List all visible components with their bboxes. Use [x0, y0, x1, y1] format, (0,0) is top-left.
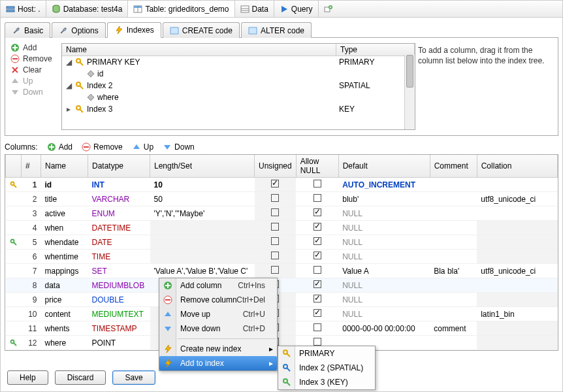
index-tree-row[interactable]: id — [62, 68, 415, 80]
table-row[interactable]: 7mappingsSET'Value A','Value B','Value C… — [6, 264, 558, 278]
columns-remove-button[interactable]: Remove — [82, 142, 123, 152]
grid-header-length[interactable]: Length/Set — [150, 155, 255, 178]
database-icon — [52, 5, 61, 14]
table-row[interactable]: 10contentMEDIUMTEXTNULLlatin1_bin — [6, 307, 558, 321]
svg-marker-25 — [12, 90, 18, 95]
svg-line-27 — [80, 62, 83, 65]
breadcrumb-database[interactable]: Database: test4a — [46, 1, 129, 17]
grid-header-default[interactable]: Default — [338, 155, 430, 178]
index-tree-row[interactable]: ◢Index 2SPATIAL — [62, 80, 415, 91]
lightning-icon — [163, 344, 173, 354]
svg-marker-40 — [164, 145, 170, 150]
table-row[interactable]: 4whenDATETIMENULL — [6, 221, 558, 235]
index-clear-button[interactable]: Clear — [10, 65, 56, 74]
index-add-button[interactable]: Add — [10, 43, 56, 52]
breadcrumb-query-label: Query — [291, 5, 313, 14]
sql-icon — [248, 26, 257, 35]
help-button[interactable]: Help — [7, 370, 48, 385]
data-icon — [240, 5, 249, 14]
menu-remove-column[interactable]: Remove columnCtrl+Del — [159, 293, 277, 307]
index-up-button[interactable]: Up — [10, 76, 56, 86]
table-icon — [133, 5, 142, 14]
index-tree[interactable]: Name Type ◢PRIMARY KEYPRIMARYid◢Index 2S… — [61, 43, 415, 130]
tab-basic[interactable]: Basic — [5, 22, 50, 38]
grid-header-collation[interactable]: Collation — [477, 155, 557, 178]
grid-header-datatype[interactable]: Datatype — [88, 155, 150, 178]
svg-point-45 — [10, 340, 14, 343]
svg-marker-39 — [133, 144, 140, 149]
context-menu: Add columnCtrl+Ins Remove columnCtrl+Del… — [159, 278, 278, 371]
chevron-right-icon: ▸ — [269, 359, 273, 368]
new-tab-button[interactable] — [319, 1, 338, 17]
svg-rect-16 — [249, 27, 257, 34]
grid-header-unsigned[interactable]: Unsigned — [255, 155, 297, 178]
submenu-index2[interactable]: Index 2 (SPATIAL) — [278, 361, 375, 375]
svg-line-30 — [80, 86, 83, 89]
index-remove-button[interactable]: Remove — [10, 54, 56, 63]
breadcrumb-data[interactable]: Data — [235, 1, 274, 17]
menu-add-column[interactable]: Add columnCtrl+Ins — [159, 278, 277, 293]
columns-toolbar: Columns: Add Remove Up Down — [5, 142, 558, 152]
svg-rect-1 — [7, 10, 14, 12]
breadcrumb-table[interactable]: Table: grideditors_demo — [128, 1, 234, 17]
help-text: To add a column, drag it from the column… — [415, 43, 553, 130]
discard-button[interactable]: Discard — [55, 370, 106, 385]
scrollbar[interactable] — [404, 55, 415, 129]
bottom-buttons: Help Discard Save — [7, 370, 155, 385]
table-row[interactable]: 2titleVARCHAR50blub'utf8_unicode_ci — [6, 192, 558, 206]
new-tab-icon — [324, 5, 333, 14]
menu-add-to-index[interactable]: Add to index ▸ — [159, 356, 277, 370]
svg-marker-54 — [165, 345, 171, 353]
submenu-primary[interactable]: PRIMARY — [278, 346, 375, 361]
breadcrumb-table-label: Table: grideditors_demo — [145, 5, 229, 14]
grid-header-comment[interactable]: Comment — [430, 155, 477, 178]
breadcrumb-query[interactable]: Query — [274, 1, 319, 17]
tab-strip: Basic Options Indexes CREATE code ALTER … — [5, 22, 558, 38]
table-row[interactable]: 9priceDOUBLENULL — [6, 293, 558, 307]
breadcrumb-host[interactable]: Host: . — [1, 1, 46, 17]
key-icon — [282, 377, 292, 387]
table-row[interactable]: 6whentimeTIMENULL — [6, 250, 558, 264]
index-tree-row[interactable]: where — [62, 91, 415, 103]
table-row[interactable]: 11whentsTIMESTAMP0000-00-00 00:00:00comm… — [6, 321, 558, 336]
index-tree-row[interactable]: ◢PRIMARY KEYPRIMARY — [62, 56, 415, 68]
svg-line-61 — [287, 382, 290, 385]
tab-create-code[interactable]: CREATE code — [163, 22, 240, 38]
svg-point-43 — [10, 239, 14, 242]
grid-header-name[interactable]: Name — [41, 155, 88, 178]
menu-move-down[interactable]: Move downCtrl+D — [159, 321, 277, 336]
tab-alter-code[interactable]: ALTER code — [241, 22, 312, 38]
grid-header-allow-null[interactable]: Allow NULL — [296, 155, 338, 178]
svg-marker-31 — [88, 94, 94, 101]
grid-header-num[interactable]: # — [22, 155, 41, 178]
table-row[interactable]: 8dataMEDIUMBLOBNULL — [6, 278, 558, 293]
columns-up-button[interactable]: Up — [132, 142, 153, 152]
down-icon — [163, 323, 173, 334]
minus-icon — [163, 295, 173, 305]
svg-marker-53 — [165, 327, 171, 331]
table-row[interactable]: 3activeENUM'Y','N','''Maybe'NULL — [6, 206, 558, 221]
index-down-button[interactable]: Down — [10, 88, 56, 97]
columns-down-button[interactable]: Down — [163, 142, 195, 152]
svg-rect-6 — [241, 6, 249, 12]
menu-create-index[interactable]: Create new index ▸ — [159, 342, 277, 356]
columns-add-button[interactable]: Add — [47, 142, 72, 152]
svg-rect-15 — [170, 27, 178, 34]
svg-marker-55 — [165, 359, 171, 367]
columns-grid[interactable]: # Name Datatype Length/Set Unsigned Allo… — [5, 154, 558, 351]
key-icon — [282, 363, 292, 373]
index-header-type: Type — [336, 44, 415, 56]
tab-options[interactable]: Options — [52, 22, 105, 38]
submenu-add-to-index: PRIMARY Index 2 (SPATIAL) Index 3 (KEY) — [278, 346, 376, 390]
table-row[interactable]: 5whendateDATENULL — [6, 235, 558, 250]
breadcrumb-database-label: Database: test4a — [63, 5, 123, 14]
svg-line-46 — [14, 343, 16, 346]
menu-move-up[interactable]: Move upCtrl+U — [159, 307, 277, 321]
tab-indexes[interactable]: Indexes — [107, 22, 161, 38]
submenu-index3[interactable]: Index 3 (KEY) — [278, 375, 375, 389]
index-tree-row[interactable]: ▸Index 3KEY — [62, 103, 415, 115]
save-button[interactable]: Save — [112, 370, 155, 385]
table-row[interactable]: 1idINT10AUTO_INCREMENT — [6, 178, 558, 192]
indexes-pane: Add Remove Clear Up Down Name Type ◢PRIM… — [5, 38, 558, 136]
sql-icon — [170, 26, 179, 35]
